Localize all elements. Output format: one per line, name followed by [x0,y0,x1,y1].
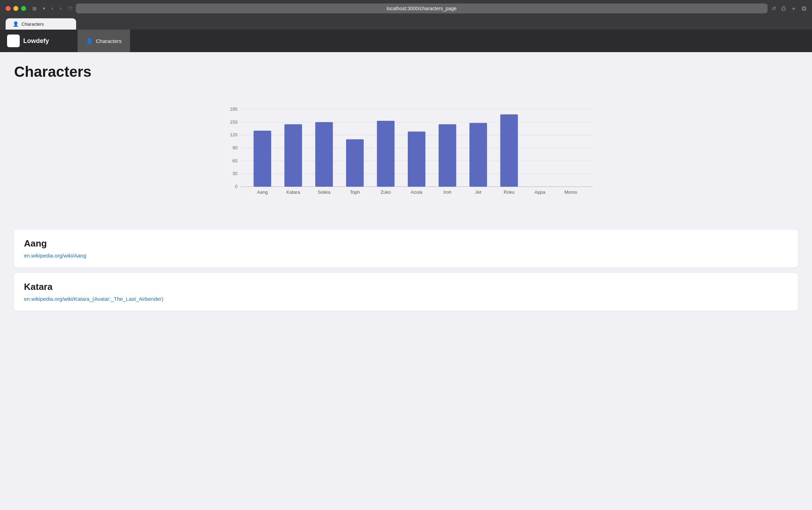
browser-titlebar: ⊞ ▾ ‹ › 🛡 ↺ ⎙ ＋ ⧉ [6,4,806,17]
character-link-aang[interactable]: en.wikipedia.org/wiki/Aang [24,253,86,259]
svg-rect-21 [284,124,302,187]
nav-item-characters[interactable]: 👤 Characters [78,30,130,52]
lowdefy-logo-icon [8,36,18,46]
svg-text:Aang: Aang [257,189,267,195]
address-bar-container: 🛡 ↺ [68,4,777,13]
svg-rect-1 [14,36,18,41]
svg-text:120: 120 [230,132,238,137]
chevron-down-icon: ▾ [43,6,45,11]
new-tab-icon[interactable]: ＋ [791,4,797,13]
page-title: Characters [14,63,798,80]
svg-text:90: 90 [233,145,238,150]
svg-rect-35 [500,114,518,187]
browser-right-controls: ⎙ ＋ ⧉ [782,4,806,13]
character-cards-container: Aangen.wikipedia.org/wiki/AangKataraen.w… [14,230,798,311]
share-icon[interactable]: ⎙ [782,5,786,12]
svg-text:Zuko: Zuko [381,189,391,195]
svg-rect-23 [315,122,333,187]
tabs-icon[interactable]: ⧉ [802,5,806,12]
browser-nav-controls: ‹ › [49,4,64,13]
svg-text:Momo: Momo [564,189,577,195]
character-card-katara: Kataraen.wikipedia.org/wiki/Katara_(Avat… [14,273,798,311]
shield-icon: 🛡 [68,6,73,11]
reload-button[interactable]: ↺ [770,4,777,13]
svg-text:Toph: Toph [350,189,360,195]
svg-text:Appa: Appa [535,189,546,195]
nav-characters-label: Characters [96,38,122,44]
traffic-light-fullscreen[interactable] [21,6,26,11]
nav-characters-icon: 👤 [86,38,93,44]
app-logo-area: Lowdefy [0,30,78,52]
browser-tabs: 👤 Characters [6,17,806,30]
svg-rect-25 [346,139,364,187]
character-name-katara: Katara [24,281,788,292]
svg-text:0: 0 [235,184,238,189]
traffic-light-minimize[interactable] [13,6,18,11]
tab-label: Characters [21,21,44,27]
sidebar-toggle-button[interactable]: ⊞ [30,4,39,13]
chart-svg-wrap: 0306090120150180AangKataraSokkaTophZukoA… [14,99,798,204]
svg-rect-3 [14,41,18,46]
character-card-aang: Aangen.wikipedia.org/wiki/Aang [14,230,798,267]
traffic-lights [6,6,26,11]
back-button[interactable]: ‹ [49,4,55,13]
svg-text:150: 150 [230,119,238,125]
address-bar[interactable] [76,4,768,13]
svg-text:Iroh: Iroh [443,189,451,195]
app-name: Lowdefy [23,37,49,45]
active-tab[interactable]: 👤 Characters [6,18,76,30]
tab-icon: 👤 [13,21,19,27]
svg-rect-33 [469,123,487,187]
svg-rect-2 [9,41,13,46]
svg-text:Roku: Roku [504,189,514,195]
svg-rect-0 [9,36,13,41]
svg-text:60: 60 [233,158,238,163]
app-window: Lowdefy 👤 Characters Characters 03060901… [0,30,812,510]
svg-rect-29 [408,132,425,187]
app-logo [7,35,20,47]
character-name-aang: Aang [24,238,788,249]
bar-chart: 0306090120150180AangKataraSokkaTophZukoA… [14,99,798,204]
character-link-katara[interactable]: en.wikipedia.org/wiki/Katara_(Avatar:_Th… [24,296,164,302]
app-header: Lowdefy 👤 Characters [0,30,812,52]
forward-button[interactable]: › [57,4,63,13]
svg-rect-31 [439,124,456,187]
svg-text:Azula: Azula [411,189,423,195]
page-content: Characters 0306090120150180AangKataraSok… [0,52,812,328]
svg-text:180: 180 [230,106,238,112]
svg-text:Katara: Katara [287,189,300,195]
chart-container: 0306090120150180AangKataraSokkaTophZukoA… [14,92,798,218]
svg-text:Sokka: Sokka [318,189,331,195]
browser-chrome: ⊞ ▾ ‹ › 🛡 ↺ ⎙ ＋ ⧉ 👤 Characters [0,0,812,30]
svg-rect-19 [254,131,271,187]
traffic-light-close[interactable] [6,6,11,11]
svg-text:Jet: Jet [475,189,481,195]
svg-rect-27 [377,121,395,187]
svg-text:30: 30 [233,171,238,176]
